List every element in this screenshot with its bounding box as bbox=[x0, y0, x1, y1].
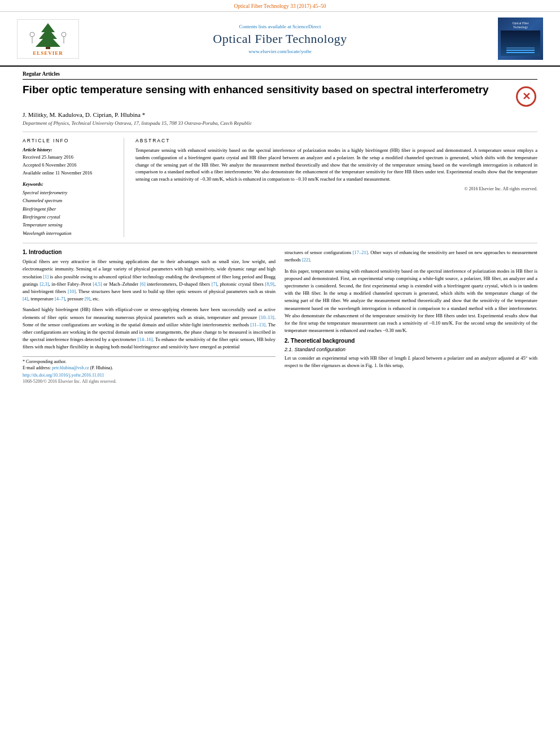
contents-label: Contents lists available at bbox=[239, 24, 291, 29]
available-online-date: Available online 11 November 2016 bbox=[23, 170, 118, 177]
ref-11-13[interactable]: [11–13] bbox=[251, 322, 266, 327]
journal-url[interactable]: www.elsevier.com/locate/yofte bbox=[85, 49, 475, 54]
paper-content-area: Regular Articles Fiber optic temperature… bbox=[0, 67, 560, 385]
keyword-6: Wavelength interrogation bbox=[23, 229, 118, 237]
copyright-line: © 2016 Elsevier Inc. All rights reserved… bbox=[135, 186, 537, 191]
ref-22[interactable]: [22] bbox=[302, 257, 310, 263]
journal-title: Optical Fiber Technology bbox=[85, 32, 475, 46]
keyword-3: Birefringent fiber bbox=[23, 205, 118, 213]
footnote-corresponding: * Corresponding author. bbox=[23, 359, 275, 364]
elsevier-wordmark: ELSEVIER bbox=[33, 50, 63, 56]
email-person: (P. Hlubina). bbox=[90, 365, 113, 370]
ref-8-9[interactable]: [8,9] bbox=[265, 281, 274, 287]
journal-citation-text: Optical Fiber Technology 33 (2017) 45–50 bbox=[234, 3, 326, 9]
elsevier-tree-svg bbox=[25, 22, 71, 50]
ref-4b[interactable]: [4] bbox=[23, 296, 28, 302]
affiliation-line: Department of Physics, Technical Univers… bbox=[23, 120, 537, 126]
ref-4-5[interactable]: [4,5] bbox=[93, 281, 102, 287]
accepted-date: Accepted 6 November 2016 bbox=[23, 162, 118, 169]
keywords-list: Spectral interferometry Channeled spectr… bbox=[23, 189, 118, 238]
journal-center-header: Contents lists available at ScienceDirec… bbox=[85, 24, 475, 54]
paper-title: Fiber optic temperature sensing with enh… bbox=[23, 83, 504, 97]
body-right-column: structures of sensor configurations [17–… bbox=[285, 249, 537, 385]
keyword-1: Spectral interferometry bbox=[23, 189, 118, 196]
keywords-section: Keywords: Spectral interferometry Channe… bbox=[23, 181, 118, 238]
body-para3: structures of sensor configurations [17–… bbox=[285, 249, 537, 264]
ref-2-3[interactable]: [2,3] bbox=[40, 281, 49, 287]
ref-7[interactable]: [7] bbox=[212, 281, 217, 287]
body-para2: Standard highly birefringent (HB) fibers… bbox=[23, 306, 275, 351]
oft-title-text: Optical FiberTechnology bbox=[512, 21, 528, 29]
article-info-label: Article Info bbox=[23, 138, 118, 143]
crossmark-badge[interactable]: ✕ bbox=[515, 85, 537, 108]
ref-1[interactable]: [1] bbox=[43, 274, 49, 279]
section2-heading: 2. Theoretical background bbox=[285, 338, 537, 344]
article-info-column: Article Info Article history: Received 2… bbox=[23, 138, 124, 237]
sciencedirect-link[interactable]: ScienceDirect bbox=[292, 24, 321, 29]
abstract-column: Abstract Temperature sensing with enhanc… bbox=[135, 138, 537, 237]
ref-9b[interactable]: [9] bbox=[85, 296, 90, 302]
authors-line: J. Militky, M. Kadulova, D. Ciprian, P. … bbox=[23, 111, 537, 118]
svg-marker-1 bbox=[36, 23, 60, 47]
body-para5: Let us consider an experimental setup wi… bbox=[285, 355, 537, 369]
section2-1-heading: 2.1. Standard configuration bbox=[285, 347, 537, 352]
received-date: Received 25 January 2016 bbox=[23, 154, 118, 161]
article-section-label: Regular Articles bbox=[23, 67, 537, 80]
doi-link[interactable]: http://dx.doi.org/10.1016/j.yofte.2016.1… bbox=[23, 373, 104, 378]
svg-point-2 bbox=[30, 32, 34, 37]
journal-citation-banner: Optical Fiber Technology 33 (2017) 45–50 bbox=[0, 0, 560, 12]
keywords-label: Keywords: bbox=[23, 181, 118, 187]
keyword-2: Channeled spectrum bbox=[23, 196, 118, 204]
title-row: Fiber optic temperature sensing with enh… bbox=[23, 83, 537, 108]
journal-header: ELSEVIER Contents lists available at Sci… bbox=[0, 12, 560, 67]
crossmark-icon: ✕ bbox=[516, 86, 536, 107]
oft-cover-image bbox=[501, 30, 540, 56]
footnote-area: * Corresponding author. E-mail address: … bbox=[23, 356, 275, 384]
body-two-columns: 1. Introduction Optical fibers are very … bbox=[23, 249, 537, 385]
keyword-5: Temperature sensing bbox=[23, 221, 118, 229]
abstract-label: Abstract bbox=[135, 138, 537, 143]
contents-available-line: Contents lists available at ScienceDirec… bbox=[85, 24, 475, 29]
body-para1: Optical fibers are very attractive in fi… bbox=[23, 258, 275, 303]
journal-thumbnail: Optical FiberTechnology bbox=[498, 18, 543, 60]
ref-4-7[interactable]: [4–7] bbox=[55, 296, 65, 302]
ref-17-21[interactable]: [17–21] bbox=[353, 250, 368, 255]
ref-10-13[interactable]: [10–13] bbox=[259, 314, 274, 320]
email-link[interactable]: petr.hlubina@vsb.cz bbox=[52, 365, 89, 370]
issn-line: 1068-5200/© 2016 Elsevier Inc. All right… bbox=[23, 379, 275, 384]
body-left-column: 1. Introduction Optical fibers are very … bbox=[23, 249, 275, 385]
authors-text: J. Militky, M. Kadulova, D. Ciprian, P. … bbox=[23, 111, 145, 118]
email-label: E-mail address: bbox=[23, 365, 51, 370]
ref-14-16[interactable]: [14–16] bbox=[138, 337, 153, 342]
journal-thumbnail-area: Optical FiberTechnology bbox=[475, 18, 543, 60]
article-history-label: Article history: bbox=[23, 147, 118, 152]
section-divider bbox=[23, 243, 537, 243]
elsevier-logo-area: ELSEVIER bbox=[17, 19, 85, 59]
body-para4: In this paper, temperature sensing with … bbox=[285, 268, 537, 335]
elsevier-logo-box: ELSEVIER bbox=[17, 19, 79, 59]
keyword-4: Birefringent crystal bbox=[23, 213, 118, 221]
ref-10[interactable]: [10] bbox=[68, 289, 76, 294]
abstract-text: Temperature sensing with enhanced sensit… bbox=[135, 147, 537, 183]
section1-heading: 1. Introduction bbox=[23, 249, 275, 255]
ref-6[interactable]: [6] bbox=[140, 281, 146, 287]
based-text: based bbox=[456, 250, 467, 255]
footnote-email-line: E-mail address: petr.hlubina@vsb.cz (P. … bbox=[23, 365, 275, 370]
svg-point-4 bbox=[62, 32, 66, 37]
doi-line[interactable]: http://dx.doi.org/10.1016/j.yofte.2016.1… bbox=[23, 373, 275, 378]
article-info-abstract-section: Article Info Article history: Received 2… bbox=[23, 132, 537, 237]
